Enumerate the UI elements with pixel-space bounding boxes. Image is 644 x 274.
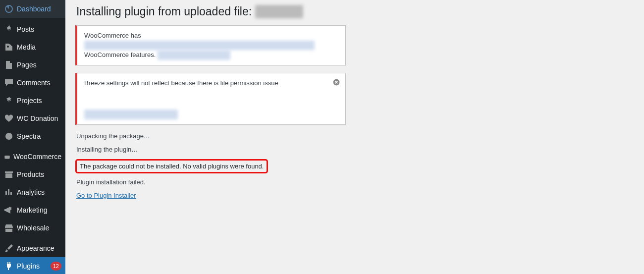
redacted-text: Learn how to fix file permissions. xyxy=(84,110,178,119)
sidebar-item-label: Dashboard xyxy=(17,5,61,13)
notice-text: WooCommerce has xyxy=(84,32,141,39)
sidebar-item-label: Media xyxy=(17,43,61,51)
sidebar-item-woocommerce[interactable]: WooCommerce xyxy=(0,148,65,165)
sidebar-item-label: Pages xyxy=(17,61,61,69)
page-title-text: Installing plugin from uploaded file: xyxy=(76,5,255,18)
comment-icon xyxy=(4,78,14,88)
pin-icon xyxy=(4,24,14,34)
dismiss-notice-button[interactable] xyxy=(331,77,341,87)
sidebar-item-analytics[interactable]: Analytics xyxy=(0,183,65,201)
redacted-text: detected that some of your active plugin… xyxy=(84,41,315,51)
log-unpacking: Unpacking the package… xyxy=(76,132,634,140)
sidebar-item-label: Plugins xyxy=(17,262,49,270)
sidebar-item-label: Marketing xyxy=(17,206,61,214)
sidebar-item-dashboard[interactable]: Dashboard xyxy=(0,0,65,18)
sidebar-item-label: WooCommerce xyxy=(13,153,61,161)
sidebar-item-wcdonation[interactable]: WC Donation xyxy=(0,110,65,127)
sidebar-item-spectra[interactable]: Spectra xyxy=(0,127,65,145)
megaphone-icon xyxy=(4,205,14,215)
notice-text: WooCommerce features. xyxy=(84,51,158,58)
sidebar-item-label: Comments xyxy=(17,79,61,87)
sidebar-item-label: Appearance xyxy=(17,244,61,252)
sidebar-item-comments[interactable]: Comments xyxy=(0,74,65,92)
admin-sidebar: Dashboard Posts Media Pages Comments Pro… xyxy=(0,0,65,274)
log-failed: Plugin installation failed. xyxy=(76,178,634,186)
sidebar-item-label: Analytics xyxy=(17,188,61,196)
sidebar-item-label: WC Donation xyxy=(17,114,61,122)
svg-rect-1 xyxy=(4,155,9,159)
gauge-icon xyxy=(4,4,14,14)
sidebar-item-label: Posts xyxy=(17,25,61,33)
heart-icon xyxy=(4,113,14,123)
redacted-text: Please review the details. xyxy=(158,50,230,60)
sidebar-item-appearance[interactable]: Appearance xyxy=(0,239,65,257)
sidebar-item-pages[interactable]: Pages xyxy=(0,56,65,74)
sidebar-item-plugins[interactable]: Plugins 12 xyxy=(0,257,65,274)
woo-icon xyxy=(4,152,10,162)
brush-icon xyxy=(4,243,14,253)
sidebar-item-label: Products xyxy=(17,170,61,178)
media-icon xyxy=(4,42,14,52)
sidebar-item-label: Spectra xyxy=(17,132,61,140)
chart-icon xyxy=(4,187,14,197)
sidebar-item-marketing[interactable]: Marketing xyxy=(0,201,65,219)
store-icon xyxy=(4,223,14,233)
svg-point-0 xyxy=(5,133,12,140)
install-log: Unpacking the package… Installing the pl… xyxy=(75,132,634,199)
sidebar-item-label: Wholesale xyxy=(17,224,61,232)
archive-icon xyxy=(4,169,14,179)
svg-point-2 xyxy=(333,79,340,85)
admin-notice-woocommerce: WooCommerce has detected that some of yo… xyxy=(75,25,346,65)
pin-icon xyxy=(4,96,14,106)
uploaded-filename-redacted: plugin.zip xyxy=(255,5,303,18)
sidebar-item-label: Projects xyxy=(17,97,61,105)
plugins-update-badge: 12 xyxy=(51,262,61,271)
main-content: Installing plugin from uploaded file: pl… xyxy=(65,0,644,274)
notice-text: Breeze settings will not reflect because… xyxy=(84,78,338,88)
sidebar-item-wholesale[interactable]: Wholesale xyxy=(0,219,65,237)
go-to-plugin-installer-link[interactable]: Go to Plugin Installer xyxy=(76,192,136,199)
plugin-icon xyxy=(4,261,14,271)
sidebar-item-media[interactable]: Media xyxy=(0,38,65,56)
log-error: The package could not be installed. No v… xyxy=(80,163,264,170)
page-icon xyxy=(4,60,14,70)
error-highlight: The package could not be installed. No v… xyxy=(75,159,268,173)
log-installing: Installing the plugin… xyxy=(76,146,634,153)
sidebar-item-products[interactable]: Products xyxy=(0,165,65,183)
sidebar-item-posts[interactable]: Posts xyxy=(0,20,65,38)
spectra-icon xyxy=(4,131,14,141)
page-title: Installing plugin from uploaded file: pl… xyxy=(76,5,634,18)
admin-notice-breeze: Breeze settings will not reflect because… xyxy=(75,73,346,125)
close-icon xyxy=(332,78,340,86)
sidebar-item-projects[interactable]: Projects xyxy=(0,92,65,110)
